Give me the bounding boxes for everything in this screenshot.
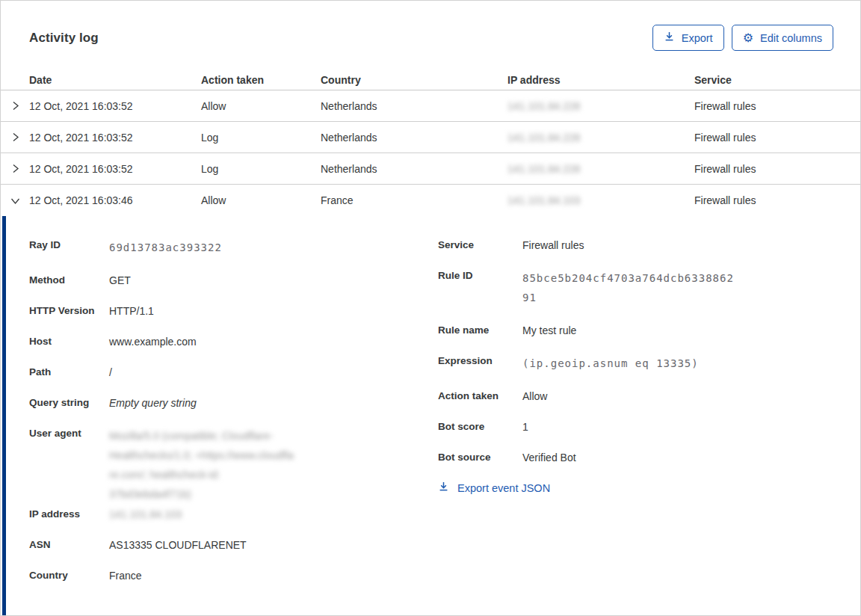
page-title: Activity log bbox=[29, 31, 99, 46]
table-row[interactable]: 12 Oct, 2021 16:03:52 Log Netherlands 14… bbox=[1, 153, 860, 185]
toolbar: Export ⚙ Edit columns bbox=[652, 25, 833, 51]
cell-date: 12 Oct, 2021 16:03:52 bbox=[29, 163, 201, 175]
export-event-json-label: Export event JSON bbox=[457, 481, 550, 496]
cell-country: Netherlands bbox=[321, 132, 507, 144]
bot-source-value: Verified Bot bbox=[522, 450, 576, 465]
detail-left-column: Ray ID 69d13783ac393322 Method GET HTTP … bbox=[29, 238, 438, 615]
rule-name-value: My test rule bbox=[522, 323, 576, 338]
download-icon bbox=[438, 481, 449, 496]
download-icon bbox=[664, 31, 675, 45]
export-event-json-link[interactable]: Export event JSON bbox=[438, 481, 860, 496]
detail-field-path: Path / bbox=[29, 365, 438, 380]
http-version-value: HTTP/1.1 bbox=[109, 304, 154, 318]
cell-ip-redacted: 141.101.84.103 bbox=[507, 194, 694, 206]
detail-field-method: Method GET bbox=[29, 273, 438, 288]
cell-service: Firewall rules bbox=[694, 100, 860, 112]
column-header-service: Service bbox=[694, 74, 860, 86]
detail-right-column: Service Firewall rules Rule ID 85bce5b20… bbox=[438, 238, 860, 615]
cell-service: Firewall rules bbox=[694, 194, 860, 206]
chevron-right-icon[interactable] bbox=[1, 132, 29, 142]
cell-action-taken: Log bbox=[201, 132, 321, 144]
cell-country: France bbox=[321, 194, 507, 206]
cell-date: 12 Oct, 2021 16:03:52 bbox=[29, 132, 201, 144]
table-row[interactable]: 12 Oct, 2021 16:03:52 Allow Netherlands … bbox=[1, 90, 860, 122]
detail-field-host: Host www.example.com bbox=[29, 334, 438, 349]
chevron-down-icon[interactable] bbox=[1, 196, 29, 206]
event-detail-panel: Ray ID 69d13783ac393322 Method GET HTTP … bbox=[2, 216, 860, 615]
table-row[interactable]: 12 Oct, 2021 16:03:52 Log Netherlands 14… bbox=[1, 122, 860, 153]
detail-field-ip-address: IP address 141.101.84.103 bbox=[29, 507, 438, 522]
ray-id-value: 69d13783ac393322 bbox=[109, 238, 222, 257]
cell-date: 12 Oct, 2021 16:03:46 bbox=[29, 194, 201, 206]
detail-field-country: Country France bbox=[29, 568, 438, 583]
detail-field-asn: ASN AS13335 CLOUDFLARENET bbox=[29, 538, 438, 552]
cell-service: Firewall rules bbox=[694, 163, 860, 175]
cell-country: Netherlands bbox=[321, 100, 507, 112]
country-value: France bbox=[109, 568, 142, 583]
column-header-action-taken: Action taken bbox=[201, 74, 321, 86]
detail-field-rule-name: Rule name My test rule bbox=[438, 323, 860, 338]
chevron-right-icon[interactable] bbox=[1, 164, 29, 173]
detail-field-user-agent: User agent Mozilla/5.0 (compatible; Clou… bbox=[29, 426, 438, 498]
edit-columns-button[interactable]: ⚙ Edit columns bbox=[732, 25, 833, 51]
detail-field-expression: Expression (ip.geoip.asnum eq 13335) bbox=[438, 354, 860, 373]
cell-country: Netherlands bbox=[321, 163, 507, 175]
detail-field-http-version: HTTP Version HTTP/1.1 bbox=[29, 304, 438, 318]
edit-columns-button-label: Edit columns bbox=[760, 31, 822, 45]
cell-action-taken: Log bbox=[201, 163, 321, 175]
detail-field-bot-source: Bot source Verified Bot bbox=[438, 450, 860, 465]
cell-date: 12 Oct, 2021 16:03:52 bbox=[29, 100, 201, 112]
table-header: Date Action taken Country IP address Ser… bbox=[1, 70, 860, 90]
column-header-country: Country bbox=[321, 74, 507, 86]
method-value: GET bbox=[109, 273, 131, 288]
action-taken-value: Allow bbox=[522, 389, 547, 404]
rule-id-value: 85bce5b204cf4703a764dcb633886291 bbox=[522, 268, 739, 307]
export-button-label: Export bbox=[682, 31, 713, 45]
table-row-expanded[interactable]: 12 Oct, 2021 16:03:46 Allow France 141.1… bbox=[1, 185, 860, 216]
cell-ip-redacted: 141.101.84.228 bbox=[507, 163, 694, 175]
chevron-right-icon[interactable] bbox=[1, 101, 29, 111]
detail-field-bot-score: Bot score 1 bbox=[438, 419, 860, 434]
topbar: Activity log Export ⚙ Edit columns bbox=[1, 1, 860, 70]
detail-field-query-string: Query string Empty query string bbox=[29, 395, 438, 410]
cell-action-taken: Allow bbox=[201, 194, 321, 206]
column-header-date: Date bbox=[29, 74, 201, 86]
activity-log-panel: Activity log Export ⚙ Edit columns Date … bbox=[0, 0, 861, 616]
path-value: / bbox=[109, 365, 112, 380]
detail-field-action-taken: Action taken Allow bbox=[438, 389, 860, 404]
cell-service: Firewall rules bbox=[694, 132, 860, 144]
host-value: www.example.com bbox=[109, 334, 197, 349]
service-value: Firewall rules bbox=[522, 238, 584, 253]
ip-address-redacted: 141.101.84.103 bbox=[109, 507, 182, 522]
gear-icon: ⚙ bbox=[743, 33, 753, 43]
cell-ip-redacted: 141.101.84.228 bbox=[507, 132, 694, 144]
detail-field-ray-id: Ray ID 69d13783ac393322 bbox=[29, 238, 438, 257]
column-header-ip-address: IP address bbox=[507, 74, 694, 86]
detail-field-service: Service Firewall rules bbox=[438, 238, 860, 253]
cell-action-taken: Allow bbox=[201, 100, 321, 112]
asn-value: AS13335 CLOUDFLARENET bbox=[109, 538, 247, 552]
expression-value: (ip.geoip.asnum eq 13335) bbox=[522, 354, 699, 373]
query-string-value: Empty query string bbox=[109, 395, 197, 410]
detail-field-rule-id: Rule ID 85bce5b204cf4703a764dcb633886291 bbox=[438, 268, 860, 307]
user-agent-redacted: Mozilla/5.0 (compatible; Cloudflare- Hea… bbox=[109, 426, 294, 504]
export-button[interactable]: Export bbox=[652, 25, 724, 51]
bot-score-value: 1 bbox=[522, 419, 528, 434]
cell-ip-redacted: 141.101.84.228 bbox=[507, 100, 694, 112]
